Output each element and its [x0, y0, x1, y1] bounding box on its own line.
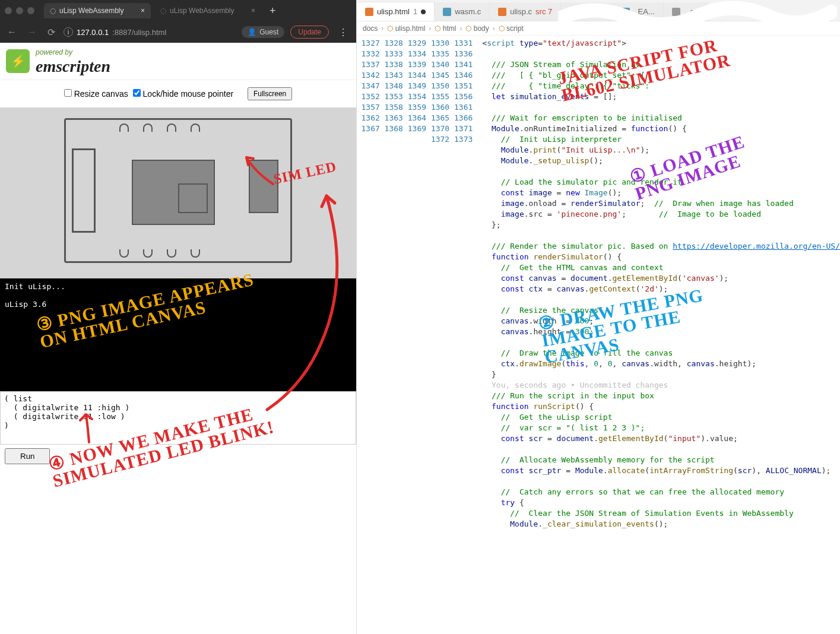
window-controls[interactable] — [5, 7, 34, 14]
editor-tab[interactable]: ...sm... — [561, 2, 613, 21]
profile-chip[interactable]: 👤 Guest — [242, 26, 284, 38]
tab-label: ulisp.c — [510, 7, 532, 16]
editor-tab[interactable]: ..EA... — [613, 2, 663, 21]
minimize-icon[interactable] — [16, 7, 23, 14]
update-button[interactable]: Update — [290, 26, 329, 39]
tab-label: ulisp.html — [377, 7, 410, 16]
close-icon[interactable] — [5, 7, 12, 14]
tab-label: wasm.c — [455, 7, 481, 16]
editor-tab[interactable]: ulisp.c src 7 — [490, 2, 561, 21]
symbol-icon: ⬡ — [387, 24, 393, 33]
page-content: ⚡ powered by emscripten Resize canvas Lo… — [0, 43, 356, 634]
breadcrumb-item[interactable]: docs — [363, 24, 378, 33]
profile-label: Guest — [259, 28, 278, 36]
output-console: Init uLisp... uLisp 3.6 — [0, 278, 356, 391]
symbol-icon: ⬡ — [499, 24, 505, 33]
editor-tab-bar: ulisp.html 1wasm.culisp.c src 7...sm....… — [357, 0, 840, 21]
code-editor[interactable]: 1327 1328 1329 1330 1331 1332 1333 1334 … — [357, 36, 840, 634]
editor-tab[interactable]: ...gn — [664, 2, 708, 21]
line-number-gutter: 1327 1328 1329 1330 1331 1332 1333 1334 … — [357, 36, 478, 634]
run-button[interactable]: Run — [5, 448, 50, 464]
editor-tab[interactable]: ulisp.html 1 — [357, 2, 435, 21]
reload-button[interactable]: ⟳ — [45, 27, 58, 38]
file-icon — [622, 8, 630, 16]
site-info-icon[interactable]: i — [64, 27, 73, 37]
powered-by-label: powered by — [36, 48, 72, 56]
close-tab-icon[interactable]: × — [141, 7, 145, 15]
canvas-controls: Resize canvas Lock/hide mouse pointer Fu… — [0, 80, 356, 107]
file-icon — [365, 8, 373, 16]
person-icon: 👤 — [248, 28, 256, 36]
editor-tab[interactable]: wasm.c — [435, 2, 490, 21]
script-input[interactable] — [0, 391, 356, 445]
resize-canvas-option[interactable]: Resize canvas — [64, 89, 128, 99]
file-icon — [672, 8, 680, 16]
url-path: :8887/ulisp.html — [112, 28, 166, 37]
globe-icon: ◌ — [50, 7, 56, 15]
simulator-canvas[interactable] — [59, 113, 297, 268]
lockhide-checkbox[interactable] — [133, 89, 141, 97]
forward-button[interactable]: → — [25, 27, 39, 37]
breadcrumb-item[interactable]: ⬡ script — [499, 24, 524, 33]
browser-titlebar: ◌ uLisp WebAssembly × ◌ uLisp WebAssembl… — [0, 0, 356, 21]
address-bar[interactable]: i 127.0.0.1:8887/ulisp.html — [64, 27, 236, 37]
resize-checkbox[interactable] — [64, 89, 72, 97]
emscripten-logo-icon: ⚡ — [6, 49, 30, 73]
tab-label: ..EA... — [633, 7, 654, 16]
tab-title: uLisp WebAssembly — [59, 7, 124, 15]
code-area[interactable]: <script type="text/javascript"> /// JSON… — [478, 36, 840, 634]
tab-label: ...sm... — [581, 7, 604, 16]
modified-dot-icon — [421, 9, 426, 14]
browser-tab-1[interactable]: ◌ uLisp WebAssembly × — [44, 3, 151, 18]
breadcrumb-item[interactable]: ⬡ html — [435, 24, 456, 33]
symbol-icon: ⬡ — [435, 24, 440, 33]
emscripten-header: ⚡ powered by emscripten — [0, 43, 356, 80]
emscripten-title: emscripten — [36, 57, 110, 75]
close-tab-icon[interactable]: × — [251, 7, 255, 15]
kebab-menu-icon[interactable]: ⋮ — [335, 27, 351, 38]
fullscreen-button[interactable]: Fullscreen — [248, 87, 292, 100]
file-icon — [443, 8, 451, 16]
tab-label: ...gn — [684, 7, 699, 16]
browser-tab-2[interactable]: ◌ uLisp WebAssembly × — [154, 3, 261, 18]
back-button[interactable]: ← — [5, 27, 19, 37]
zoom-icon[interactable] — [27, 7, 34, 14]
tab-title: uLisp WebAssembly — [170, 7, 234, 15]
url-host: 127.0.0.1 — [77, 28, 109, 37]
breadcrumb-item[interactable]: ⬡ ulisp.html — [387, 24, 425, 33]
simulator-canvas-area — [0, 107, 356, 278]
lock-hide-option[interactable]: Lock/hide mouse pointer — [133, 89, 233, 99]
globe-icon: ◌ — [160, 7, 166, 15]
file-icon — [569, 8, 578, 16]
new-tab-button[interactable]: + — [265, 5, 281, 17]
file-icon — [498, 8, 506, 16]
symbol-icon: ⬡ — [465, 24, 471, 33]
breadcrumb[interactable]: docs›⬡ ulisp.html›⬡ html›⬡ body›⬡ script — [357, 21, 840, 36]
browser-toolbar: ← → ⟳ i 127.0.0.1:8887/ulisp.html 👤 Gues… — [0, 21, 356, 43]
breadcrumb-item[interactable]: ⬡ body — [465, 24, 489, 33]
